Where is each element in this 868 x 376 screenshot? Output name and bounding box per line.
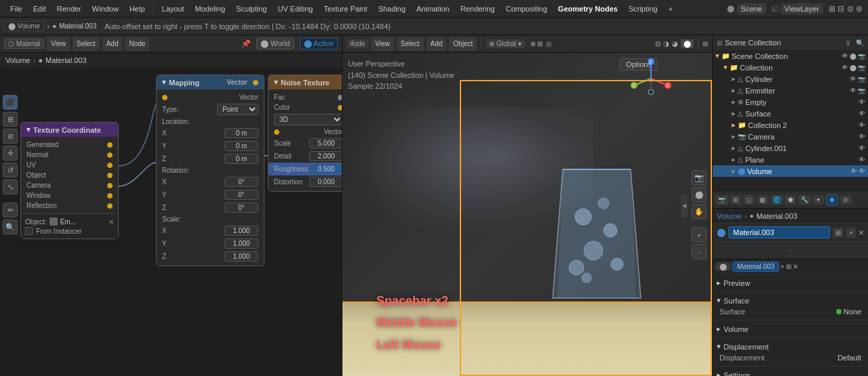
outliner-cylinder001[interactable]: ▸ △ Cylinder.001 👁 [713,142,868,154]
select-tool-btn[interactable]: ⬛ [3,95,18,110]
surface-section-header[interactable]: ▾ Surface [717,295,864,306]
mapping-loc-z-input[interactable] [224,154,258,164]
breadcrumb-volume[interactable]: Volume [5,56,31,64]
props-volume-link[interactable]: Volume [717,212,742,220]
prop-icon-world[interactable]: 🌐 [770,195,783,205]
proportional-btn[interactable]: ◎ [546,40,552,47]
plane-eye[interactable]: 👁 [859,156,865,163]
props-material-name[interactable]: Material.003 [756,212,797,220]
workspace-scripting[interactable]: Scripting [624,3,663,14]
surface-eye[interactable]: 👁 [859,110,865,117]
outliner-volume[interactable]: ▸ ⬤ Volume 👁 👁 [713,165,868,177]
outliner-camera[interactable]: ▸ 📷 Camera 👁 [713,131,868,142]
col-eye[interactable]: 👁 [842,64,848,71]
menu-window[interactable]: Window [87,3,123,14]
outliner-scene-collection[interactable]: ▾ 📁 Scene Collection 👁 ⬤ 📷 [713,50,868,62]
material-name-field[interactable]: Material.003 [728,226,830,238]
cylinder-eye[interactable]: 👁 [850,75,856,83]
hand-tool-btn[interactable]: ✋ [692,204,707,219]
mat-delete-btn[interactable]: ✕ [859,229,864,236]
prop-icon-material-active[interactable]: ⬟ [826,194,838,205]
mat-add-slot-btn[interactable]: + [781,263,785,270]
annotate-btn[interactable]: ✏ [3,203,18,217]
prop-icon-output[interactable]: ⊞ [730,195,741,205]
menu-edit[interactable]: Edit [28,3,51,14]
object-value[interactable]: Em... [60,218,106,226]
workspace-texture-paint[interactable]: Texture Paint [319,3,372,14]
mat-edit-tab[interactable]: ⬤ [715,262,731,271]
mapping-node[interactable]: ▾ Mapping Vector Vector Type: Po [156,75,264,266]
viewport-3d[interactable]: 4ode View Select Add Object ⊕ Global ▾ ⊕… [342,35,712,376]
prop-icon-object[interactable]: ⬟ [785,195,796,205]
workspace-geometry-nodes[interactable]: Geometry Nodes [553,3,623,14]
noise-texture-node[interactable]: ▾ Noise Texture Fac Color [268,75,342,192]
viewport-shading-render[interactable]: ⬤ [681,39,694,48]
workspace-sculpting[interactable]: Sculpting [231,3,271,14]
noise-detail-input[interactable] [309,151,342,161]
prop-icon-render[interactable]: 📷 [715,195,728,205]
instancer-checkbox[interactable] [25,227,33,235]
breadcrumb-material-name[interactable]: Material.003 [45,56,87,64]
workspace-compositing[interactable]: Compositing [501,3,552,14]
scene-col-render[interactable]: 📷 [858,53,865,60]
empty-eye[interactable]: 👁 [859,98,865,106]
mapping-scale-x-input[interactable] [224,226,258,236]
mat-browse-btn[interactable]: ⊞ [833,228,844,238]
scene-col-eye[interactable]: 👁 [842,52,848,60]
viewport-view-btn[interactable]: View [371,37,394,51]
emmitter-eye[interactable]: 👁 [850,87,856,94]
viewport-object-btn[interactable]: Object [449,37,477,51]
displacement-value-text[interactable]: Default [837,354,861,362]
workspace-modeling[interactable]: Modeling [191,3,231,14]
workspace-uv-editing[interactable]: UV Editing [273,3,317,14]
col-hide[interactable]: ⬤ [850,64,856,71]
mat-options-btn[interactable]: ⊞ [786,263,791,270]
mat-add-btn[interactable]: + [846,228,856,238]
outliner-cylinder[interactable]: ▸ △ Cylinder 👁 📷 [713,73,868,85]
transform-orientation[interactable]: ⊕ Global ▾ [486,39,524,48]
viewport-shading-material[interactable]: ◕ [672,40,678,47]
move-btn[interactable]: ✛ [3,146,18,161]
preview-header[interactable]: ▸ Preview [717,277,864,289]
breadcrumb-material[interactable]: Material.003 [59,22,96,30]
scene-name[interactable]: Scene [737,3,766,14]
lasso-btn[interactable]: ⊘ [3,129,18,144]
cyl001-eye[interactable]: 👁 [859,144,865,152]
mapping-rot-x-input[interactable] [224,177,258,187]
zoom-out-btn[interactable]: - [692,244,707,259]
menu-render[interactable]: Render [52,3,86,14]
noise-roughness-input[interactable] [309,164,342,174]
mapping-collapse[interactable]: ▾ [162,78,166,87]
col2-eye[interactable]: 👁 [859,121,865,129]
world-shader-toggle[interactable]: ⬤ World [256,38,294,49]
menu-help[interactable]: Help [125,3,150,14]
camera-item-eye[interactable]: 👁 [859,133,865,140]
viewport-mode-selector[interactable]: 4ode [347,39,368,48]
viewport-shading-solid[interactable]: ◑ [663,40,669,47]
scale-btn[interactable]: ⤡ [3,180,18,194]
editor-type-btn[interactable]: ⊞ [703,40,708,47]
mapping-rot-z-input[interactable] [224,203,258,213]
nav-dot-1[interactable]: ··· [788,247,793,254]
settings-header[interactable]: ▸ Settings [717,369,864,376]
texture-coordinate-node[interactable]: ▾ Texture Coordinate Generated Normal UV [20,122,119,239]
node-editor-type-selector[interactable]: ⬡ Material [4,39,44,49]
volume-eye2[interactable]: 👁 [859,167,865,175]
viewport-add-btn[interactable]: Add [427,37,447,51]
col-render[interactable]: 📷 [858,64,865,71]
mapping-loc-x-input[interactable] [224,128,258,138]
viewport-shading-wire[interactable]: ⊟ [655,40,660,47]
top-right-icons[interactable]: ⊞ ⊟ ⊘ ⊛ [829,4,863,14]
outliner-filter-btn[interactable]: ⊻ [846,39,850,47]
camera-view-btn[interactable]: 📷 [692,170,707,185]
volume-section-header[interactable]: ▸ Volume [717,323,864,335]
workspace-animation[interactable]: Animation [412,3,454,14]
zoom-region-btn[interactable]: 🔍 [3,220,18,234]
outliner-collection2[interactable]: ▸ 📁 Collection 2 👁 [713,119,868,131]
outliner-plane[interactable]: ▸ △ Plane 👁 [713,154,868,165]
pin-icon[interactable]: 📌 [241,39,251,48]
box-select-btn[interactable]: ⊞ [3,112,18,127]
rotate-btn[interactable]: ↺ [3,163,18,177]
prop-icon-modifier[interactable]: 🔧 [798,195,811,205]
workspace-layout[interactable]: Layout [157,3,189,14]
